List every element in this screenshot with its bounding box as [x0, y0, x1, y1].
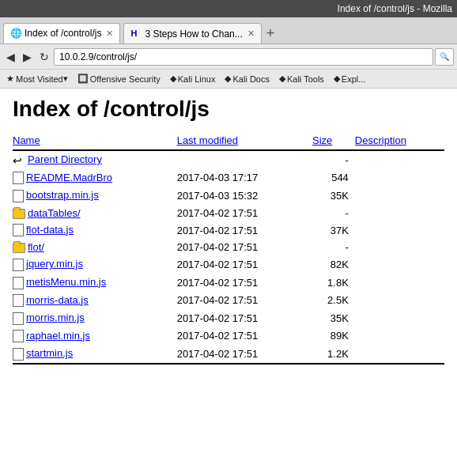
file-link[interactable]: raphael.min.js — [26, 330, 90, 342]
file-modified: 2017-04-02 17:51 — [177, 255, 312, 274]
back-icon: ↩ — [13, 154, 25, 167]
file-modified: 2017-04-02 17:51 — [177, 274, 312, 292]
bookmark-offensive-label: Offensive Security — [90, 74, 161, 84]
file-modified: 2017-04-02 17:51 — [177, 327, 312, 346]
file-description — [355, 309, 444, 327]
table-row: metisMenu.min.js2017-04-02 17:511.8K — [13, 274, 444, 292]
file-size: 2.5K — [312, 292, 355, 310]
file-description — [355, 221, 444, 240]
file-name-cell: metisMenu.min.js — [13, 274, 177, 292]
file-link[interactable]: jquery.min.js — [26, 258, 83, 270]
file-size: - — [312, 150, 355, 169]
file-description — [355, 292, 444, 310]
table-row: flot-data.js2017-04-02 17:5137K — [13, 221, 444, 240]
forward-button[interactable]: ▶ — [20, 49, 35, 65]
offensive-security-icon: 🔲 — [77, 74, 89, 84]
col-header-name[interactable]: Name — [13, 131, 177, 150]
back-button[interactable]: ◀ — [3, 49, 18, 65]
bookmark-most-visited-label: Most Visited — [16, 74, 63, 84]
file-description — [355, 205, 444, 221]
file-description — [355, 345, 444, 364]
page-title: Index of /control/js — [13, 96, 444, 122]
tab1-icon: 🌐 — [10, 28, 21, 39]
file-name-cell: dataTables/ — [13, 205, 177, 221]
tab2-label: 3 Steps How to Chan... — [145, 28, 242, 40]
file-modified — [177, 150, 312, 169]
table-row: flot/2017-04-02 17:51- — [13, 239, 444, 255]
tab2-close[interactable]: ✕ — [247, 28, 255, 39]
file-name-cell: morris-data.js — [13, 292, 177, 310]
file-size: - — [312, 239, 355, 255]
file-name-cell: morris.min.js — [13, 309, 177, 327]
file-link[interactable]: metisMenu.min.js — [26, 276, 106, 288]
bookmark-kali-linux[interactable]: ◆ Kali Linux — [167, 74, 219, 84]
col-header-description[interactable]: Description — [355, 131, 444, 150]
bookmark-expl[interactable]: ◆ Expl... — [330, 74, 369, 84]
file-link[interactable]: flot/ — [28, 241, 44, 253]
bookmark-kali-docs-label: Kali Docs — [232, 74, 269, 84]
table-row: morris-data.js2017-04-02 17:512.5K — [13, 292, 444, 310]
bookmark-offensive-security[interactable]: 🔲 Offensive Security — [74, 74, 164, 84]
expl-icon: ◆ — [334, 74, 340, 84]
file-link[interactable]: Parent Directory — [28, 153, 102, 165]
bookmark-kali-docs[interactable]: ◆ Kali Docs — [221, 74, 272, 84]
file-modified: 2017-04-02 17:51 — [177, 345, 312, 364]
file-icon — [13, 259, 24, 271]
file-icon — [13, 330, 24, 342]
file-description — [355, 169, 444, 187]
reload-button[interactable]: ↻ — [36, 49, 52, 65]
file-modified: 2017-04-02 17:51 — [177, 309, 312, 327]
bookmarks-bar: ★ Most Visited ▾ 🔲 Offensive Security ◆ … — [0, 70, 457, 89]
file-description — [355, 187, 444, 205]
bookmark-kali-tools-label: Kali Tools — [287, 74, 324, 84]
file-link[interactable]: README.MadrBro — [26, 172, 112, 183]
file-name-cell: ↩Parent Directory — [13, 150, 177, 169]
search-icon: 🔍 — [435, 48, 454, 66]
tab-3steps[interactable]: H 3 Steps How to Chan... ✕ — [123, 23, 261, 43]
file-modified: 2017-04-02 17:51 — [177, 205, 312, 221]
file-link[interactable]: bootstrap.min.js — [26, 189, 99, 201]
file-name-cell: README.MadrBro — [13, 169, 177, 187]
new-tab-button[interactable]: + — [262, 23, 280, 43]
table-row: raphael.min.js2017-04-02 17:5189K — [13, 327, 444, 346]
tab1-label: Index of /control/js — [25, 28, 101, 39]
kali-tools-icon: ◆ — [279, 74, 285, 84]
table-row: startmin.js2017-04-02 17:511.2K — [13, 345, 444, 364]
file-link[interactable]: flot-data.js — [26, 224, 74, 236]
file-size: 1.2K — [312, 345, 355, 364]
file-size: 35K — [312, 187, 355, 205]
page-content: Index of /control/js Name Last modified … — [0, 89, 457, 372]
file-name-cell: flot/ — [13, 239, 177, 255]
file-link[interactable]: morris.min.js — [26, 312, 85, 323]
kali-linux-icon: ◆ — [170, 74, 176, 84]
kali-docs-icon: ◆ — [225, 74, 231, 84]
tab-index-control-js[interactable]: 🌐 Index of /control/js ✕ — [3, 23, 120, 43]
file-size: 35K — [312, 309, 355, 327]
file-name-cell: startmin.js — [13, 345, 177, 364]
tab1-close[interactable]: ✕ — [106, 28, 113, 39]
tab2-icon: H — [130, 28, 142, 40]
most-visited-icon: ★ — [6, 74, 14, 84]
file-icon — [13, 190, 24, 202]
file-icon — [13, 294, 24, 307]
table-row: bootstrap.min.js2017-04-03 15:3235K — [13, 187, 444, 205]
table-row: ↩Parent Directory- — [13, 150, 444, 169]
file-link[interactable]: morris-data.js — [26, 294, 89, 306]
table-row: jquery.min.js2017-04-02 17:5182K — [13, 255, 444, 274]
file-link[interactable]: startmin.js — [26, 347, 73, 359]
file-description — [355, 327, 444, 346]
file-description — [355, 255, 444, 274]
url-bar[interactable] — [54, 48, 433, 66]
file-icon — [13, 277, 24, 289]
file-modified: 2017-04-03 15:32 — [177, 187, 312, 205]
file-name-cell: raphael.min.js — [13, 327, 177, 346]
bookmark-most-visited[interactable]: ★ Most Visited ▾ — [3, 74, 71, 84]
col-header-modified[interactable]: Last modified — [177, 131, 312, 150]
tab-bar: 🌐 Index of /control/js ✕ H 3 Steps How t… — [0, 17, 457, 44]
file-name-cell: flot-data.js — [13, 221, 177, 240]
file-link[interactable]: dataTables/ — [28, 207, 81, 219]
file-modified: 2017-04-02 17:51 — [177, 221, 312, 240]
col-header-size[interactable]: Size — [312, 131, 355, 150]
file-modified: 2017-04-03 17:17 — [177, 169, 312, 187]
bookmark-kali-tools[interactable]: ◆ Kali Tools — [276, 74, 327, 84]
